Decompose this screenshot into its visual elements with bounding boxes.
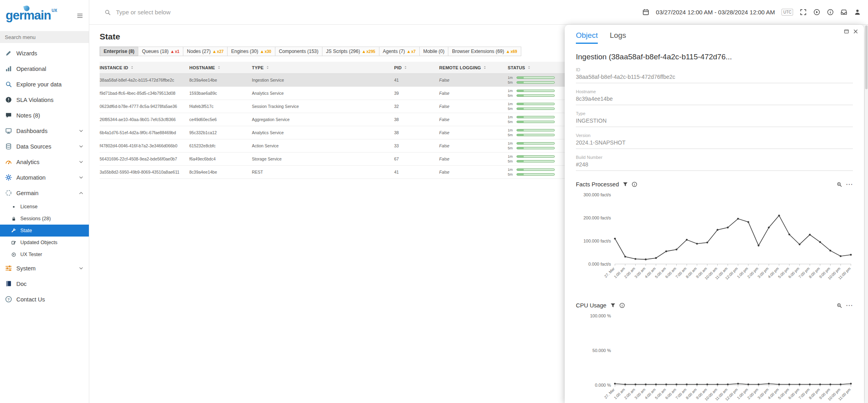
column-header-type[interactable]: TYPE — [252, 65, 394, 70]
detail-panel: Object Logs Ingestion (38aa58af-b8ef-4a2… — [565, 25, 864, 403]
status-bar-label: 1m — [508, 89, 514, 93]
fullscreen-icon[interactable] — [800, 9, 807, 16]
sidebar-item-wizards[interactable]: Wizards — [0, 45, 89, 61]
sidebar-item-doc[interactable]: Doc — [0, 276, 89, 291]
cell-remote-logging: False — [439, 130, 508, 135]
sidebar-item-data-sources[interactable]: Data Sources — [0, 139, 89, 154]
warning-icon: ▲x69 — [506, 49, 517, 54]
sidebar-item-automation[interactable]: Automation — [0, 170, 89, 185]
date-range-picker[interactable]: 03/27/2024 12:00 AM - 03/28/2024 12:00 A… — [656, 9, 775, 16]
info-icon[interactable] — [827, 9, 834, 16]
calendar-icon[interactable] — [642, 9, 649, 16]
table-row[interactable]: 26f85344-ae10-40aa-9b01-7efc53cf8366ce49… — [100, 113, 614, 126]
column-header-pid[interactable]: PID — [394, 65, 439, 70]
filter-tab-components-153[interactable]: Components (153) — [275, 47, 322, 56]
column-header-instance-id[interactable]: INSTANCE ID — [100, 65, 189, 70]
play-icon[interactable] — [813, 9, 820, 16]
svg-text:7:00 pm: 7:00 pm — [797, 266, 810, 279]
table-header-row: INSTANCE IDHOSTNAMETYPEPIDREMOTE LOGGING… — [100, 62, 614, 74]
table-row[interactable]: 38aa58af-b8ef-4a2c-b115-472d76ffbe2c8c39… — [100, 74, 614, 87]
filter-tab-js-scripts-296[interactable]: JS Scripts (296)▲x295 — [322, 47, 379, 56]
cell-type: Aggregation Service — [252, 117, 394, 122]
filter-tab-agents-7[interactable]: Agents (7)▲x7 — [379, 47, 420, 56]
filter-tab-browser-extensions-69[interactable]: Browser Extensions (69)▲x69 — [448, 47, 521, 56]
status-bar — [516, 103, 555, 105]
scrollbar-thumb[interactable] — [865, 25, 868, 89]
doc-icon — [5, 280, 12, 287]
sidebar-item-sla-violations[interactable]: SLA Violations — [0, 92, 89, 108]
chart-info-icon[interactable] — [619, 303, 625, 308]
close-icon[interactable] — [853, 29, 858, 34]
field-value: 8c39a4ee14be — [576, 94, 853, 105]
sidebar-item-ux-tester[interactable]: UX Tester — [0, 248, 89, 260]
field-value: #248 — [576, 160, 853, 171]
table-row[interactable]: 0623df6d-b78e-4777-8c5a-94278fa5ae36f4af… — [100, 100, 614, 113]
more-options-icon[interactable]: ⋯ — [846, 183, 853, 186]
status-bar — [516, 108, 555, 110]
svg-text:8:00 pm: 8:00 pm — [808, 387, 821, 400]
zoom-icon[interactable] — [837, 303, 842, 308]
sidebar-item-dashboards[interactable]: Dashboards — [0, 123, 89, 139]
filter-tab-engines-30[interactable]: Engines (30)▲x30 — [227, 47, 275, 56]
sidebar-item-analytics[interactable]: Analytics — [0, 154, 89, 170]
table-row[interactable]: f9d71bad-ffc6-4bec-85d5-c34b79513d081593… — [100, 87, 614, 100]
page-scrollbar[interactable] — [865, 25, 868, 403]
sidebar-item-explore-your-data[interactable]: Explore your data — [0, 76, 89, 92]
status-bar — [516, 129, 555, 131]
topbar: 03/27/2024 12:00 AM - 03/28/2024 12:00 A… — [89, 0, 868, 25]
svg-text:3:00 am: 3:00 am — [634, 266, 646, 279]
sidebar-item-system[interactable]: System — [0, 260, 89, 276]
sidebar-item-notes-8[interactable]: Notes (8) — [0, 108, 89, 123]
filter-tab-enterprise-8[interactable]: Enterprise (8) — [100, 47, 138, 56]
automation-icon — [5, 174, 12, 181]
filter-icon[interactable] — [623, 182, 628, 187]
status-bar-label: 5m — [508, 107, 514, 111]
tab-object[interactable]: Object — [576, 31, 598, 44]
filter-tab-mobile-0[interactable]: Mobile (0) — [419, 47, 448, 56]
field-hostname: Hostname8c39a4ee14be — [576, 89, 853, 105]
filter-icon[interactable] — [610, 303, 616, 308]
cell-pid: 32 — [394, 104, 439, 109]
sidebar-item-state[interactable]: State — [0, 225, 89, 237]
table-row[interactable]: 6b4a1d76-51ef-4d2a-9f0c-67fae88469bd95c3… — [100, 126, 614, 139]
column-header-remote-logging[interactable]: REMOTE LOGGING — [439, 65, 508, 70]
table-row[interactable]: 56431696-22cf-4508-9ea2-bde56f0ae0b7f6a4… — [100, 153, 614, 166]
status-bar — [516, 116, 555, 118]
chart-info-icon[interactable] — [632, 182, 637, 187]
sidebar-item-contact-us[interactable]: ?Contact Us — [0, 291, 89, 307]
warning-icon: ▲x27 — [212, 49, 224, 54]
sidebar-item-operational[interactable]: Operational — [0, 61, 89, 76]
svg-text:1:00 pm: 1:00 pm — [736, 266, 749, 279]
zoom-icon[interactable] — [837, 182, 842, 187]
svg-text:7:00 am: 7:00 am — [675, 387, 687, 400]
status-bar-label: 1m — [508, 155, 514, 158]
more-options-icon[interactable]: ⋯ — [846, 304, 853, 307]
status-bar — [516, 147, 555, 149]
filter-tab-nodes-27[interactable]: Nodes (27)▲x27 — [183, 47, 228, 56]
sidebar-item-license[interactable]: License — [0, 201, 89, 213]
global-search-input[interactable] — [116, 9, 642, 16]
table-row[interactable]: 3a55b8d2-5950-49b9-8069-43510a8ae6118c39… — [100, 166, 614, 179]
sidebar-nav: WizardsOperationalExplore your dataSLA V… — [0, 43, 89, 307]
sidebar-item-updated-objects[interactable]: Updated Objects — [0, 237, 89, 248]
notifications-icon[interactable] — [841, 9, 847, 16]
svg-text:0.000 fact/s: 0.000 fact/s — [588, 262, 611, 266]
sidebar-item-sessions-28[interactable]: Sessions (28) — [0, 213, 89, 225]
status-bar — [516, 168, 555, 171]
svg-text:50.000 %: 50.000 % — [593, 348, 611, 353]
column-header-hostname[interactable]: HOSTNAME — [189, 65, 252, 70]
state-table: INSTANCE IDHOSTNAMETYPEPIDREMOTE LOGGING… — [100, 62, 614, 179]
svg-text:5:00 pm: 5:00 pm — [777, 387, 790, 400]
user-icon[interactable] — [854, 9, 861, 16]
status-bar-label: 5m — [508, 133, 514, 137]
timezone-badge[interactable]: UTC — [782, 9, 793, 16]
status-bar — [516, 121, 555, 123]
sidebar-item-germain[interactable]: Germain — [0, 185, 89, 201]
germain-logo[interactable]: germainUX — [6, 8, 57, 23]
menu-toggle-icon[interactable] — [77, 12, 83, 19]
popout-icon[interactable] — [844, 29, 849, 34]
menu-search-input[interactable] — [0, 31, 89, 43]
filter-tab-queues-18[interactable]: Queues (18)▲x1 — [138, 47, 183, 56]
table-row[interactable]: f47802d4-0046-416f-b7a2-3e3466d066b06152… — [100, 139, 614, 153]
tab-logs[interactable]: Logs — [610, 31, 626, 44]
